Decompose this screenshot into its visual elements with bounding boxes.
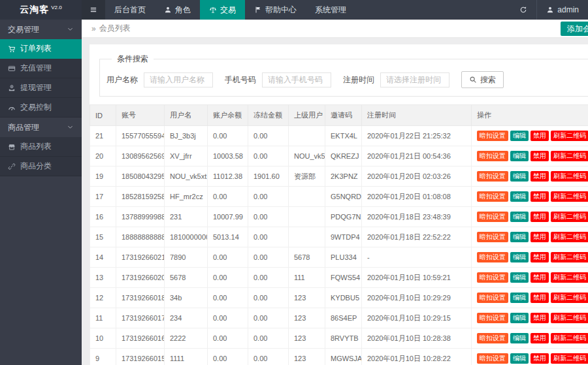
dark-deduction-settings-button[interactable]: 暗扣设置 <box>477 212 508 222</box>
cell-parent: 5678 <box>289 247 325 268</box>
search-field-label: 用户名称 <box>106 74 138 86</box>
cell-frozen: 0.00 <box>248 146 289 167</box>
cell-parent: 123 <box>289 288 325 308</box>
sidebar-section-交易管理[interactable]: 交易管理 <box>0 20 82 39</box>
sidebar-item-商品分类[interactable]: 商品分类 <box>0 157 82 176</box>
dark-deduction-settings-button[interactable]: 暗扣设置 <box>477 191 508 202</box>
table-row: 121731926601834b0.000.00123KYDBU52020年01… <box>90 288 588 308</box>
dark-deduction-settings-button[interactable]: 暗扣设置 <box>477 171 508 182</box>
refresh-qrcode-button[interactable]: 刷新二维码 <box>551 252 588 262</box>
nav-item-label: 交易 <box>220 5 236 16</box>
cell-registered: 2020年01月18日 22:52:22 <box>362 227 472 247</box>
dark-deduction-settings-button[interactable]: 暗扣设置 <box>477 151 508 161</box>
cell-registered: 2020年01月20日 01:08:08 <box>362 187 472 207</box>
edit-button[interactable]: 编辑 <box>510 232 529 242</box>
edit-button[interactable]: 编辑 <box>510 171 529 182</box>
edit-button[interactable]: 编辑 <box>510 131 529 141</box>
chevron-down-icon <box>67 123 74 132</box>
disable-button[interactable]: 禁用 <box>531 191 549 202</box>
edit-button[interactable]: 编辑 <box>510 313 529 323</box>
nav-item-label: 角色 <box>175 5 191 16</box>
disable-button[interactable]: 禁用 <box>531 333 549 343</box>
dark-deduction-settings-button[interactable]: 暗扣设置 <box>477 131 508 141</box>
cell-id: 9 <box>90 349 116 365</box>
nav-item-帮助中心[interactable]: 帮助中心 <box>245 0 306 20</box>
cell-parent: 资源部 <box>289 167 325 187</box>
disable-button[interactable]: 禁用 <box>531 272 549 283</box>
refresh-qrcode-button[interactable]: 刷新二维码 <box>551 353 588 364</box>
dark-deduction-settings-button[interactable]: 暗扣设置 <box>477 293 508 303</box>
sidebar-item-提现管理[interactable]: 提现管理 <box>0 78 82 98</box>
refresh-qrcode-button[interactable]: 刷新二维码 <box>551 151 588 161</box>
edit-button[interactable]: 编辑 <box>510 252 529 262</box>
dark-deduction-settings-button[interactable]: 暗扣设置 <box>477 313 508 323</box>
cell-frozen: 0.00 <box>248 207 289 227</box>
disable-button[interactable]: 禁用 <box>531 313 549 323</box>
edit-button[interactable]: 编辑 <box>510 293 529 303</box>
disable-button[interactable]: 禁用 <box>531 232 549 242</box>
edit-button[interactable]: 编辑 <box>510 272 529 283</box>
disable-button[interactable]: 禁用 <box>531 353 549 364</box>
user-menu[interactable]: admin <box>537 0 588 20</box>
cell-registered: 2020年01月18日 23:48:39 <box>362 207 472 227</box>
search-input-手机号码[interactable] <box>262 72 331 87</box>
disable-button[interactable]: 禁用 <box>531 252 549 262</box>
disable-button[interactable]: 禁用 <box>531 151 549 161</box>
cell-registered: 2020年01月21日 00:54:36 <box>362 146 472 167</box>
refresh-button[interactable] <box>510 0 536 20</box>
add-member-button[interactable]: 添加会员 <box>561 22 588 36</box>
refresh-qrcode-button[interactable]: 刷新二维码 <box>551 333 588 343</box>
sidebar-item-充值管理[interactable]: 充值管理 <box>0 59 82 78</box>
edit-button[interactable]: 编辑 <box>510 353 529 364</box>
refresh-qrcode-button[interactable]: 刷新二维码 <box>551 293 588 303</box>
cell-frozen: 0.00 <box>248 187 289 207</box>
disable-button[interactable]: 禁用 <box>531 293 549 303</box>
nav-item-交易[interactable]: 交易 <box>200 0 245 20</box>
table-row: 1918508043295NOU_vk5xt11012.381901.60资源部… <box>90 167 588 187</box>
edit-button[interactable]: 编辑 <box>510 151 529 161</box>
cell-parent <box>289 227 325 247</box>
nav-item-后台首页[interactable]: 后台首页 <box>105 0 155 20</box>
search-input-用户名称[interactable] <box>144 72 213 87</box>
cell-actions: 暗扣设置编辑禁用刷新二维码... <box>472 288 588 308</box>
disable-button[interactable]: 禁用 <box>531 171 549 182</box>
dark-deduction-settings-button[interactable]: 暗扣设置 <box>477 232 508 242</box>
cell-invite: FQWS54 <box>325 268 362 288</box>
sidebar-section-商品管理[interactable]: 商品管理 <box>0 118 82 137</box>
edit-button[interactable]: 编辑 <box>510 191 529 202</box>
nav-item-系统管理[interactable]: 系统管理 <box>306 0 355 20</box>
cell-account: 15577055594 <box>116 126 165 146</box>
search-button[interactable]: 搜索 <box>461 71 504 88</box>
nav-item-角色[interactable]: 角色 <box>155 0 200 20</box>
search-input-注册时间[interactable] <box>380 72 449 87</box>
user-icon <box>546 6 554 14</box>
cell-parent: NOU_vk5xt <box>289 146 325 167</box>
search-row: 用户名称手机号码注册时间 搜索 <box>106 71 588 88</box>
edit-button[interactable]: 编辑 <box>510 333 529 343</box>
refresh-qrcode-button[interactable]: 刷新二维码 <box>551 232 588 242</box>
refresh-qrcode-button[interactable]: 刷新二维码 <box>551 131 588 141</box>
refresh-qrcode-button[interactable]: 刷新二维码 <box>551 212 588 222</box>
cell-username: 234 <box>165 308 208 328</box>
cell-username: XV_jfrr <box>165 146 208 167</box>
dark-deduction-settings-button[interactable]: 暗扣设置 <box>477 353 508 364</box>
sidebar-item-商品列表[interactable]: 商品列表 <box>0 137 82 157</box>
dark-deduction-settings-button[interactable]: 暗扣设置 <box>477 272 508 283</box>
table-row: 91731926601511110.000.00123MGWSJA2020年01… <box>90 349 588 365</box>
refresh-qrcode-button[interactable]: 刷新二维码 <box>551 272 588 283</box>
sidebar-item-订单列表[interactable]: 订单列表 <box>0 39 82 59</box>
sidebar-item-交易控制[interactable]: 交易控制 <box>0 98 82 118</box>
disable-button[interactable]: 禁用 <box>531 131 549 141</box>
dark-deduction-settings-button[interactable]: 暗扣设置 <box>477 333 508 343</box>
table-row: 141731926602178900.000.005678PLU334-暗扣设置… <box>90 247 588 268</box>
cell-invite: MGWSJA <box>325 349 362 365</box>
disable-button[interactable]: 禁用 <box>531 212 549 222</box>
refresh-qrcode-button[interactable]: 刷新二维码 <box>551 313 588 323</box>
refresh-qrcode-button[interactable]: 刷新二维码 <box>551 171 588 182</box>
edit-button[interactable]: 编辑 <box>510 212 529 222</box>
column-header-registered: 注册时间 <box>362 105 472 126</box>
refresh-qrcode-button[interactable]: 刷新二维码 <box>551 191 588 202</box>
dark-deduction-settings-button[interactable]: 暗扣设置 <box>477 252 508 262</box>
sidebar-toggle-button[interactable] <box>82 0 105 20</box>
cell-balance: 0.00 <box>208 328 248 349</box>
